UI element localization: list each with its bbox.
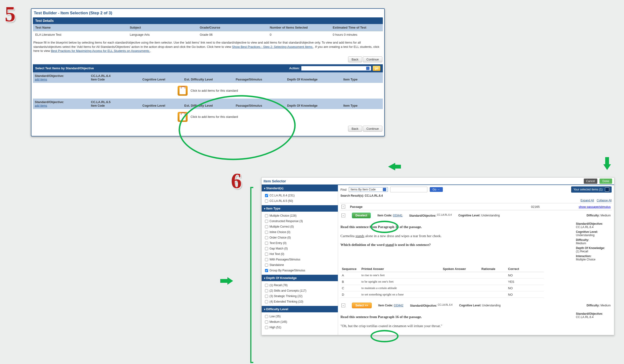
filter-option[interactable]: (2) Skills and Concepts (117) [264,288,336,293]
q-underlined: stands [355,234,364,238]
filter-checkbox[interactable] [265,247,268,250]
filter-option[interactable]: CC.LA.RL.6.5 (50) [264,198,336,204]
collapse-all-link[interactable]: Collapse All [597,199,612,202]
filter-option[interactable]: Medium (145) [264,319,336,325]
expand-all-link[interactable]: Expand All [580,199,594,202]
filter-option[interactable]: Hot Text (0) [264,251,336,257]
filter-option[interactable]: Gap Match (0) [264,246,336,251]
diff-label: Difficulty: [587,304,600,307]
click-to-add-text: Click to add items for this standard [190,115,238,119]
filter-checkbox[interactable] [265,220,268,223]
val-grade: Grade 06 [197,31,267,38]
arrow-icon [388,162,401,171]
filter-option[interactable]: Standalone [264,262,336,268]
std-value: CC.LA.RL.6.4 [438,304,453,306]
filter-itemtype-header[interactable]: Item Type [262,205,338,212]
col-rationale: Rationale [480,266,507,272]
action-select[interactable]: Select [301,66,371,71]
filter-option[interactable]: CC.LA.RL.6.4 (231) [264,193,336,198]
cancel-button[interactable]: Cancel [584,179,597,184]
continue-button[interactable]: Continue [363,56,382,62]
find-go-button[interactable]: Go → [430,187,443,192]
col-testname: Test Name [33,24,127,31]
filter-option[interactable]: Constructed Response (3) [264,219,336,224]
meta-dok: (1) Recall [576,250,588,253]
filter-option[interactable]: Multiple Choice (228) [264,213,336,219]
filter-checkbox[interactable] [265,326,268,329]
standard-header-row: Standard/Objective: add items CC.LA.RL.6… [33,99,383,109]
filter-checkbox[interactable] [265,231,268,234]
add-items-link[interactable]: add items [35,78,87,81]
filter-checkbox[interactable] [265,242,268,245]
select-button[interactable]: Select >> [352,303,372,308]
collapse-icon[interactable]: − [341,205,345,208]
filter-option[interactable]: High (51) [264,325,336,330]
filter-option[interactable]: (3) Strategic Thinking (22) [264,293,336,299]
itemcode-link[interactable]: 033441 [393,214,403,217]
filter-checkbox[interactable] [265,263,268,267]
filter-option[interactable]: Inline Choice (0) [264,230,336,235]
chevron-down-icon [605,187,609,192]
itemcode-link[interactable]: 033442 [394,304,403,307]
step-number-5: 5 [5,3,15,25]
col-passage: Passage/Stimulus [234,99,285,109]
filter-option[interactable]: Multiple Correct (0) [264,224,336,230]
show-passage-link[interactable]: show passage/stimulus [579,205,611,208]
filter-standards-header[interactable]: Standard(s) [262,185,338,191]
selected-items-button[interactable]: Your selected items (1) [571,186,612,193]
col-spoken: Spoken Answer [442,266,480,272]
filter-checkbox[interactable] [265,315,268,318]
filter-checkbox[interactable] [265,214,268,217]
back-button-bottom[interactable]: Back [348,126,362,132]
highlight-bracket [250,187,253,363]
q-text: "Oh, but the crisp tortillas coated in c… [340,323,571,329]
standard-header-row: Standard/Objective: add items CC.LA.RL.6… [33,72,383,83]
col-correct: Correct [507,266,544,272]
filter-checkbox[interactable] [265,300,268,303]
filter-dok-header[interactable]: Depth Of Knowledge [262,275,338,281]
q-underlined: stand [386,243,394,247]
filter-checkbox[interactable] [265,284,268,287]
meta-cog-label: Cognitive Level: [576,230,612,234]
click-to-add-row[interactable]: Click to add items for this standard [33,109,383,125]
collapse-icon[interactable]: − [341,213,345,217]
link-best-practices[interactable]: Show Best Practices - Step 2: Selecting … [232,45,313,49]
col-difficulty: Est. Difficulty Level [182,72,234,83]
filter-option-group[interactable]: Group By Passage/Stimulus [264,268,336,273]
add-items-link[interactable]: add items [35,104,87,107]
filter-difficulty-header[interactable]: Difficulty Level [262,306,338,312]
filter-checkbox[interactable] [265,320,268,324]
filter-checkbox[interactable] [265,253,268,256]
cog-label: Cognitive Level: [459,304,481,307]
find-select[interactable]: Items By Item Code [349,187,388,192]
filter-option[interactable]: With Passages/Stimulus [264,257,336,262]
filter-option[interactable]: (1) Recall (78) [264,283,336,288]
filter-checkbox[interactable] [265,295,268,298]
filter-checkbox[interactable] [265,269,268,272]
back-button[interactable]: Back [348,56,362,62]
filter-checkbox[interactable] [265,194,268,197]
link-ell-practices[interactable]: Best Practices for Maximizing Access for… [51,49,150,52]
cog-value: Understanding [481,214,500,217]
meta-diff-label: Difficulty: [576,238,612,242]
passage-label: Passage [350,205,376,208]
filter-option[interactable]: Text Entry (0) [264,240,336,246]
filter-checkbox[interactable] [265,258,268,261]
filter-checkbox[interactable] [265,289,268,292]
filter-option[interactable]: Low (35) [264,314,336,319]
deselect-button[interactable]: Deselect [352,213,371,218]
continue-button-bottom[interactable]: Continue [363,126,382,132]
find-input[interactable] [390,187,427,192]
filter-option[interactable]: Order Choice (0) [264,235,336,240]
filter-checkbox[interactable] [265,236,268,239]
collapse-icon[interactable]: − [341,304,345,307]
filter-option[interactable]: (4) Extended Thinking (10) [264,299,336,305]
standard-label: Standard/Objective: [35,100,64,104]
click-to-add-row[interactable]: Click to add items for this standard [33,83,383,99]
select-items-header: Select Test Items by Standard/Objective … [33,64,383,72]
filter-checkbox[interactable] [265,200,268,203]
go-button[interactable]: go [373,66,380,71]
done-button[interactable]: Done [599,179,612,184]
filter-checkbox[interactable] [265,225,268,228]
std-label: Standard/Objective: [410,304,437,307]
